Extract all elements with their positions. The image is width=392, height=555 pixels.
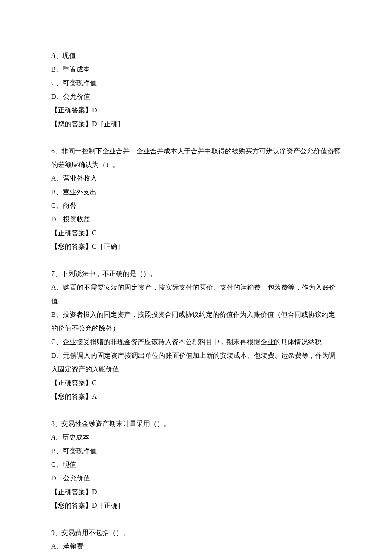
- option-text: 现值: [62, 52, 76, 59]
- correct-answer: 【正确答案】C: [51, 226, 341, 240]
- option-line: A、承销费: [51, 540, 341, 553]
- option-line: B、可变现净值: [51, 444, 341, 458]
- option-letter: D: [51, 216, 56, 223]
- option-line: A、历史成本: [51, 431, 341, 444]
- option-letter: D: [51, 352, 56, 359]
- correct-answer: 【正确答案】D: [51, 485, 341, 499]
- option-text: 重置成本: [63, 66, 90, 73]
- option-letter: A: [51, 284, 56, 291]
- your-answer: 【您的答案】D［正确］: [51, 499, 341, 512]
- option-letter: D: [51, 474, 56, 482]
- option-letter: C: [51, 338, 56, 345]
- option-text: 历史成本: [62, 434, 89, 441]
- option-text: 无偿调入的固定资产按调出单位的账面价值加上新的安装成本、包装费、运杂费等，作为调…: [51, 352, 336, 373]
- option-line: C、可变现净值: [51, 76, 341, 90]
- option-line: A、营业外收入: [51, 172, 341, 185]
- option-text: 公允价值: [63, 474, 90, 482]
- option-letter: C: [51, 79, 56, 86]
- option-letter: A: [51, 175, 56, 182]
- option-line: B、投资者投入的固定资产，按照投资合同或协议约定的价值作为入账价值（但合同或协议…: [51, 308, 341, 335]
- option-text: 营业外支出: [63, 188, 97, 196]
- option-letter: B: [51, 66, 56, 73]
- correct-answer: 【正确答案】C: [51, 376, 341, 390]
- option-text: 公允价值: [63, 93, 90, 100]
- option-line: B、重置成本: [51, 63, 341, 76]
- option-letter: A: [51, 543, 56, 550]
- question-stem: 9、交易费用不包括（）。: [51, 526, 341, 540]
- option-line: B、印花税: [51, 553, 341, 555]
- option-letter: A: [51, 434, 55, 441]
- option-line: B、营业外支出: [51, 185, 341, 199]
- option-letter: B: [51, 311, 56, 318]
- option-letter: C: [51, 461, 56, 468]
- option-line: D、无偿调入的固定资产按调出单位的账面价值加上新的安装成本、包装费、运杂费等，作…: [51, 349, 341, 376]
- option-text: 购置的不需要安装的固定资产，按实际支付的买价、支付的运输费、包装费等，作为入账价…: [51, 284, 336, 305]
- option-text: 投资者投入的固定资产，按照投资合同或协议约定的价值作为入账价值（但合同或协议约定…: [51, 311, 335, 332]
- correct-answer: 【正确答案】D: [51, 104, 341, 117]
- option-line: A、购置的不需要安装的固定资产，按实际支付的买价、支付的运输费、包装费等，作为入…: [51, 281, 341, 308]
- option-letter: B: [51, 188, 56, 196]
- question-stem: 7、下列说法中，不正确的是（）。: [51, 267, 341, 281]
- option-letter: B: [51, 447, 56, 454]
- option-text: 商誉: [63, 202, 76, 209]
- option-text: 可变现净值: [63, 79, 97, 86]
- option-line: C、企业接受捐赠的非现金资产应该转入资本公积科目中，期末再根据企业的具体情况纳税: [51, 335, 341, 349]
- option-text: 营业外收入: [63, 175, 97, 182]
- option-text: 企业接受捐赠的非现金资产应该转入资本公积科目中，期末再根据企业的具体情况纳税: [63, 338, 322, 345]
- your-answer: 【您的答案】A: [51, 390, 341, 403]
- question-stem: 6、非同一控制下企业合并，企业合并成本大于合并中取得的被购买方可辨认净资产公允价…: [51, 144, 341, 172]
- option-letter: C: [51, 202, 56, 209]
- option-text: 现值: [63, 461, 76, 468]
- option-line: D、投资收益: [51, 213, 341, 226]
- option-line: C、现值: [51, 458, 341, 472]
- option-letter: D: [51, 93, 56, 100]
- option-text: 可变现净值: [63, 447, 97, 454]
- option-text: 承销费: [63, 543, 84, 550]
- your-answer: 【您的答案】D［正确］: [51, 117, 341, 131]
- question-stem: 8、交易性金融资产期末计量采用（）。: [51, 417, 341, 431]
- option-line: D、公允价值: [51, 90, 341, 104]
- your-answer: 【您的答案】C［正确］: [51, 240, 341, 253]
- option-line: C、商誉: [51, 199, 341, 213]
- option-line: D、公允价值: [51, 472, 341, 485]
- document-page: A、现值 B、重置成本 C、可变现净值 D、公允价值 【正确答案】D 【您的答案…: [0, 0, 392, 555]
- option-line: A、现值: [51, 49, 341, 63]
- option-letter: A: [51, 52, 55, 59]
- option-text: 投资收益: [63, 216, 90, 223]
